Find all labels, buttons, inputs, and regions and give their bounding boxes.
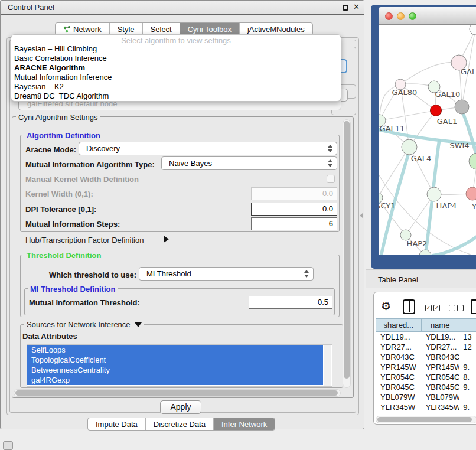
tab-select[interactable]: Select <box>143 23 180 35</box>
algorithm-dropdown-item[interactable]: ARACNE Algorithm <box>11 63 341 73</box>
table-column-header[interactable] <box>459 319 476 331</box>
table-cell: 9. <box>459 412 476 415</box>
network-node[interactable] <box>431 105 442 116</box>
minimize-traffic-light-icon[interactable] <box>397 12 405 20</box>
split-pane-handle-icon[interactable] <box>360 213 363 218</box>
collapsed-panel-button[interactable] <box>3 441 13 450</box>
mi-steps-field[interactable]: 6 <box>251 217 337 230</box>
kernel-width-field[interactable]: 0.0 <box>251 187 337 200</box>
tab-style[interactable]: Style <box>110 23 143 35</box>
aracne-mode-combobox[interactable]: Discovery <box>79 142 337 155</box>
table-row[interactable]: YBL079WYBL079W <box>376 392 476 402</box>
control-panel-titlebar[interactable]: Control Panel ✕ <box>1 1 364 15</box>
expand-right-icon[interactable] <box>164 236 169 243</box>
table-column-header[interactable]: shared... <box>376 319 422 331</box>
bottom-tab-impute-data[interactable]: Impute Data <box>88 418 146 430</box>
tab-label: jActiveMNodules <box>247 25 305 34</box>
algorithm-dropdown-item[interactable]: Mutual Information Inference <box>11 73 341 82</box>
collapse-down-icon[interactable] <box>135 322 142 327</box>
settings-vertical-scrollbar-thumb[interactable] <box>344 121 350 379</box>
settings-horizontal-scrollbar-thumb[interactable] <box>15 390 338 396</box>
algorithm-dropdown-item[interactable]: Bayesian – K2 <box>11 82 341 92</box>
network-node[interactable] <box>419 250 431 255</box>
manual-kernel-checkbox[interactable] <box>327 175 335 183</box>
tab-network[interactable]: Network <box>56 23 110 35</box>
data-attribute-item[interactable]: TopologicalCoefficient <box>27 355 323 365</box>
table-cell: 9. <box>459 362 476 372</box>
table-row[interactable]: YDL19...YDL19...13 <box>376 332 476 342</box>
table-cell: 9. <box>459 382 476 392</box>
table-cell: YPR145W <box>422 362 459 372</box>
table-cell: YBR043C <box>376 352 422 362</box>
settings-horizontal-scrollbar[interactable] <box>14 389 341 397</box>
float-window-icon[interactable] <box>343 5 348 11</box>
algorithm-dropdown-item[interactable]: Dream8 DC_TDC Algorithm <box>11 92 341 101</box>
network-graph: GAL2GAL80GAL10GAL1GAL11SWI4GAL4GCY1HAP4Y… <box>379 25 476 255</box>
dpi-tolerance-field[interactable]: 0.0 <box>251 203 337 216</box>
network-node[interactable] <box>455 100 469 114</box>
table-horizontal-scrollbar[interactable] <box>376 416 476 423</box>
algorithm-dropdown-items: Bayesian – Hill ClimbingBasic Correlatio… <box>11 44 341 101</box>
table-row[interactable]: YER054CYER054C8. <box>376 372 476 382</box>
network-node-label: GAL1 <box>437 117 457 126</box>
data-attributes-list[interactable]: SelfLoopsTopologicalCoefficientBetweenne… <box>27 344 332 387</box>
table-row[interactable]: YBR045CYBR045C9. <box>376 382 476 392</box>
table-column-header[interactable]: name <box>422 319 459 331</box>
tab-jactivemnodules[interactable]: jActiveMNodules <box>240 23 312 35</box>
table-cell: YBR045C <box>422 382 459 392</box>
checked-checkbox-icon[interactable]: ✓ <box>425 305 432 311</box>
table-row[interactable]: YPR145WYPR145W9. <box>376 362 476 372</box>
network-view-window: GAL2GAL80GAL10GAL1GAL11SWI4GAL4GCY1HAP4Y… <box>371 5 476 269</box>
zoom-traffic-light-icon[interactable] <box>409 12 416 20</box>
close-icon[interactable]: ✕ <box>353 2 360 11</box>
settings-vertical-scrollbar[interactable] <box>343 119 351 388</box>
checked-checkbox-icon[interactable]: ✓ <box>433 305 440 311</box>
network-node[interactable] <box>427 187 441 201</box>
attributes-scrollbar[interactable] <box>324 345 331 386</box>
network-node-label: GAL4 <box>411 154 431 163</box>
unchecked-checkbox-icon[interactable] <box>449 305 455 311</box>
table-cell: YLR345W <box>422 402 459 412</box>
network-node[interactable] <box>402 139 417 155</box>
network-canvas[interactable]: GAL2GAL80GAL10GAL1GAL11SWI4GAL4GCY1HAP4Y… <box>379 25 476 255</box>
data-attribute-item[interactable]: SelfLoops <box>27 345 323 355</box>
table-row[interactable]: YBR043CYBR043C <box>376 352 476 362</box>
mi-threshold-label: Mutual Information Threshold: <box>29 298 140 307</box>
bottom-tab-infer-network[interactable]: Infer Network <box>214 418 275 430</box>
apply-button[interactable]: Apply <box>160 400 201 414</box>
network-icon <box>63 25 71 33</box>
mi-threshold-field[interactable]: 0.5 <box>249 296 332 309</box>
hub-definition-label[interactable]: Hub/Transcription Factor Definition <box>25 236 144 244</box>
columns-icon[interactable] <box>403 299 415 314</box>
algorithm-dropdown-item[interactable]: Basic Correlation Inference <box>11 54 341 63</box>
algorithm-dropdown-item[interactable]: Bayesian – Hill Climbing <box>11 44 341 54</box>
network-node[interactable] <box>470 25 476 35</box>
data-attribute-item[interactable]: BetweennessCentrality <box>27 365 323 375</box>
cyni-algorithm-settings-title: Cyni Algorithm Settings <box>16 113 100 122</box>
control-panel-tabs: NetworkStyleSelectCyni ToolboxjActiveMNo… <box>55 22 313 35</box>
network-node[interactable] <box>466 187 476 200</box>
combo-stepper-icon <box>304 270 309 278</box>
bottom-tab-discretize-data[interactable]: Discretize Data <box>146 418 214 430</box>
network-window-titlebar[interactable] <box>379 7 476 25</box>
page-icon[interactable] <box>471 299 476 314</box>
data-attributes-label: Data Attributes <box>22 332 77 341</box>
table-horizontal-scrollbar-thumb[interactable] <box>377 417 472 422</box>
tab-cyni-toolbox[interactable]: Cyni Toolbox <box>180 23 240 35</box>
network-node[interactable] <box>469 153 476 169</box>
table-row[interactable]: YIL052CYIL052C9. <box>376 412 476 415</box>
data-attribute-item[interactable]: gal4RGexp <box>27 375 323 385</box>
kernel-width-label: Kernel Width (0,1): <box>25 190 93 198</box>
table-cell: YPR145W <box>376 362 422 372</box>
table-cell: 12 <box>459 342 476 352</box>
network-node-label: HAP4 <box>436 201 457 210</box>
table-row[interactable]: YLR345WYLR345W9. <box>376 402 476 412</box>
mi-type-combobox[interactable]: Naive Bayes <box>161 156 337 170</box>
unchecked-checkbox-icon[interactable] <box>457 305 464 311</box>
close-traffic-light-icon[interactable] <box>385 12 393 20</box>
table-panel-titlebar[interactable]: Table Panel <box>366 269 476 288</box>
which-threshold-combobox[interactable]: MI Threshold <box>139 267 314 281</box>
table-row[interactable]: YDR27...YDR27...12 <box>376 342 476 352</box>
table-cell: YIL052C <box>422 412 459 415</box>
gear-icon[interactable]: ⚙ <box>381 301 391 312</box>
